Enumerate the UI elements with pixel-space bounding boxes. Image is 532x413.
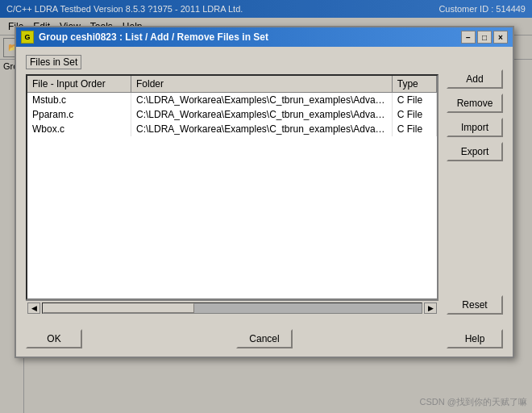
dialog-icon: G [21,31,34,44]
close-button[interactable]: × [493,31,508,44]
scroll-track[interactable] [42,302,422,314]
import-button[interactable]: Import [447,118,503,137]
title-left: G Group ceshi0823 : List / Add / Remove … [21,31,268,44]
watermark: CSDN @找到你的天赋了嘛 [420,396,527,408]
ok-button[interactable]: OK [26,329,82,348]
remove-button[interactable]: Remove [447,94,503,113]
scroll-thumb[interactable] [43,303,194,313]
files-table-container: File - Input Order Folder Type Mstub.cC:… [26,74,438,300]
dialog-titlebar: G Group ceshi0823 : List / Add / Remove … [16,27,513,47]
minimize-button[interactable]: − [461,31,476,44]
scroll-right-arrow[interactable]: ▶ [424,302,437,314]
files-section: Files in Set File - Input Order Folder T… [26,55,438,315]
cell-type: C File [392,107,436,122]
table-row[interactable]: Wbox.cC:\LDRA_Workarea\Examples\C_tbrun_… [27,122,437,136]
action-buttons: Add Remove Import Export Reset [447,55,503,315]
add-button[interactable]: Add [447,69,503,89]
dialog-body: Files in Set File - Input Order Folder T… [16,47,513,323]
col-type: Type [392,76,436,93]
col-file: File - Input Order [27,76,131,93]
col-folder: Folder [131,76,393,93]
cell-folder: C:\LDRA_Workarea\Examples\C_tbrun_exampl… [131,107,393,122]
horizontal-scrollbar[interactable]: ◀ ▶ [26,300,438,315]
cell-file: Wbox.c [27,122,131,136]
dialog-footer: OK Cancel Help [16,323,513,357]
table-body[interactable]: Mstub.cC:\LDRA_Workarea\Examples\C_tbrun… [27,93,437,137]
cell-type: C File [392,122,436,136]
table-header: File - Input Order Folder Type [27,76,437,93]
table-row[interactable]: Mstub.cC:\LDRA_Workarea\Examples\C_tbrun… [27,93,437,108]
section-label: Files in Set [26,55,81,69]
cancel-button[interactable]: Cancel [236,329,293,348]
files-table: File - Input Order Folder Type Mstub.cC:… [27,76,437,136]
scroll-left-arrow[interactable]: ◀ [27,302,40,314]
table-row[interactable]: Pparam.cC:\LDRA_Workarea\Examples\C_tbru… [27,107,437,122]
cell-folder: C:\LDRA_Workarea\Examples\C_tbrun_exampl… [131,122,393,136]
export-button[interactable]: Export [447,142,503,161]
dialog-window: G Group ceshi0823 : List / Add / Remove … [15,26,514,358]
maximize-button[interactable]: □ [477,31,492,44]
cell-type: C File [392,93,436,108]
cell-folder: C:\LDRA_Workarea\Examples\C_tbrun_exampl… [131,93,393,108]
cell-file: Mstub.c [27,93,131,108]
title-controls: − □ × [461,31,508,44]
dialog-title: Group ceshi0823 : List / Add / Remove Fi… [39,31,268,43]
reset-button[interactable]: Reset [447,295,503,315]
cell-file: Pparam.c [27,107,131,122]
help-button[interactable]: Help [447,329,503,348]
